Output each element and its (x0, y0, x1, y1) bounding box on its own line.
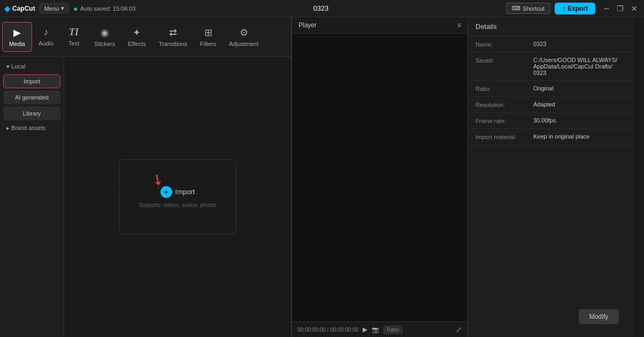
sidebar-library-button[interactable]: Library (3, 106, 60, 120)
player-menu-icon[interactable]: ≡ (457, 21, 461, 29)
menu-button[interactable]: Menu ▾ (40, 3, 70, 13)
left-panel: ▶ Media ♪ Audio TI Text ◉ Stickers ✦ Eff… (0, 17, 292, 337)
details-header: Details (468, 17, 634, 36)
detail-name-row: Name: 0323 (468, 36, 634, 52)
detail-framerate-row: Frame rate: 30.00fps (468, 113, 634, 129)
sidebar-local[interactable]: ▾ Local (3, 61, 60, 72)
tab-stickers[interactable]: ◉ Stickers (88, 22, 121, 51)
effects-icon: ✦ (133, 27, 141, 39)
details-panel: Details Name: 0323 Saved: C:/Users/GOOD … (468, 17, 634, 337)
tab-text[interactable]: TI Text (60, 22, 88, 51)
window-controls: ─ ❐ ✕ (602, 4, 640, 13)
detail-ratio-row: Ratio: Original (468, 81, 634, 97)
detail-saved-row: Saved: C:/Users/GOOD WILL ALWAYS/ AppDat… (468, 52, 634, 81)
keyboard-icon: ⌨ (512, 5, 520, 12)
tool-tabs: ▶ Media ♪ Audio TI Text ◉ Stickers ✦ Eff… (0, 17, 291, 57)
sidebar-ai-button[interactable]: AI generated (3, 90, 60, 104)
media-drop-area[interactable]: ➘ + Import Supports: videos, audios, pho… (64, 57, 291, 337)
player-controls: 00:00:00:00 / 00:00:00:00 ▶ 📷 Ratio ⤢ (292, 321, 467, 337)
main-area: ▶ Media ♪ Audio TI Text ◉ Stickers ✦ Eff… (0, 17, 644, 337)
content-area: ▾ Local Import AI generated Library ▸ Br… (0, 57, 291, 337)
import-plus-icon: + (160, 186, 172, 198)
tab-adjustment[interactable]: ⚙ Adjustment (223, 22, 265, 51)
autosave-status: ● Auto saved: 15:06:03 (73, 4, 135, 13)
player-viewport (292, 34, 467, 321)
project-title: 0323 (140, 4, 502, 12)
import-dropzone[interactable]: ➘ + Import Supports: videos, audios, pho… (119, 159, 236, 234)
ratio-button[interactable]: Ratio (384, 326, 402, 334)
adjustment-icon: ⚙ (240, 27, 248, 39)
restore-button[interactable]: ❐ (615, 4, 626, 13)
play-button[interactable]: ▶ (363, 326, 367, 333)
audio-icon: ♪ (44, 27, 49, 38)
import-row: + Import (160, 186, 195, 198)
transitions-icon: ⇄ (169, 27, 177, 39)
topbar: ◈ CapCut Menu ▾ ● Auto saved: 15:06:03 0… (0, 0, 644, 17)
media-icon: ▶ (13, 27, 21, 39)
tab-audio[interactable]: ♪ Audio (32, 22, 60, 51)
time-display: 00:00:00:00 / 00:00:00:00 (297, 327, 358, 333)
stickers-icon: ◉ (101, 27, 109, 39)
minimize-button[interactable]: ─ (602, 4, 611, 13)
sidebar-import-button[interactable]: Import (3, 74, 60, 88)
close-button[interactable]: ✕ (629, 4, 640, 13)
player-panel: Player ≡ 00:00:00:00 / 00:00:00:00 ▶ 📷 R… (292, 17, 468, 337)
tab-filters[interactable]: ⊞ Filters (194, 22, 223, 51)
text-icon: TI (69, 27, 79, 38)
fullscreen-button[interactable]: ⤢ (456, 325, 462, 334)
detail-import-row: Import material: Keep in original place (468, 129, 634, 145)
tab-transitions[interactable]: ⇄ Transitions (152, 22, 194, 51)
sidebar: ▾ Local Import AI generated Library ▸ Br… (0, 57, 64, 337)
tab-media[interactable]: ▶ Media (2, 22, 32, 52)
logo-text: CapCut (12, 5, 35, 12)
app-logo: ◈ CapCut (4, 4, 35, 13)
logo-icon: ◈ (4, 4, 10, 13)
modify-button[interactable]: Modify (579, 309, 619, 324)
player-header: Player ≡ (292, 17, 467, 34)
tab-effects[interactable]: ✦ Effects (121, 22, 152, 51)
export-icon: ↑ (562, 5, 565, 12)
detail-resolution-row: Resolution: Adapted (468, 97, 634, 113)
filters-icon: ⊞ (204, 27, 212, 39)
autosave-dot: ● (73, 4, 78, 13)
snapshot-button[interactable]: 📷 (372, 326, 379, 333)
shortcut-button[interactable]: ⌨ Shortcut (506, 3, 550, 14)
export-button[interactable]: ↑ Export (555, 3, 595, 14)
sidebar-brand-assets[interactable]: ▸ Brand assets (3, 122, 60, 134)
